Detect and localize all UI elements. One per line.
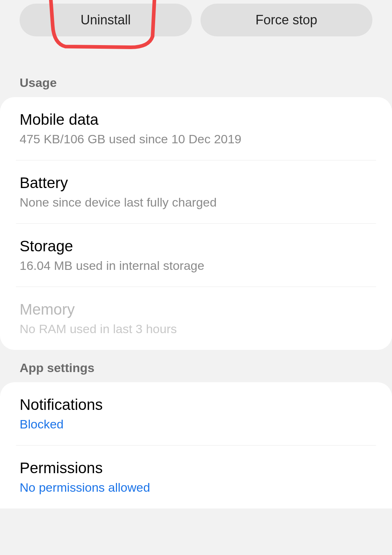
mobile-data-title: Mobile data: [20, 111, 372, 128]
battery-item[interactable]: Battery None since device last fully cha…: [0, 160, 392, 223]
usage-card: Mobile data 475 KB/106 GB used since 10 …: [0, 97, 392, 350]
notifications-item[interactable]: Notifications Blocked: [0, 382, 392, 445]
force-stop-button[interactable]: Force stop: [201, 4, 373, 36]
mobile-data-subtitle: 475 KB/106 GB used since 10 Dec 2019: [20, 132, 372, 146]
notifications-subtitle: Blocked: [20, 417, 372, 431]
app-settings-card: Notifications Blocked Permissions No per…: [0, 382, 392, 508]
battery-subtitle: None since device last fully charged: [20, 195, 372, 209]
app-settings-section-header: App settings: [0, 350, 392, 382]
storage-subtitle: 16.04 MB used in internal storage: [20, 259, 372, 273]
permissions-item[interactable]: Permissions No permissions allowed: [0, 446, 392, 508]
storage-item[interactable]: Storage 16.04 MB used in internal storag…: [0, 224, 392, 287]
memory-title: Memory: [20, 301, 372, 318]
uninstall-button[interactable]: Uninstall: [20, 4, 192, 36]
usage-section-header: Usage: [0, 65, 392, 97]
permissions-title: Permissions: [20, 459, 372, 477]
permissions-subtitle: No permissions allowed: [20, 480, 372, 495]
battery-title: Battery: [20, 174, 372, 192]
memory-subtitle: No RAM used in last 3 hours: [20, 322, 372, 336]
mobile-data-item[interactable]: Mobile data 475 KB/106 GB used since 10 …: [0, 97, 392, 160]
notifications-title: Notifications: [20, 396, 372, 414]
storage-title: Storage: [20, 237, 372, 255]
memory-item: Memory No RAM used in last 3 hours: [0, 287, 392, 350]
